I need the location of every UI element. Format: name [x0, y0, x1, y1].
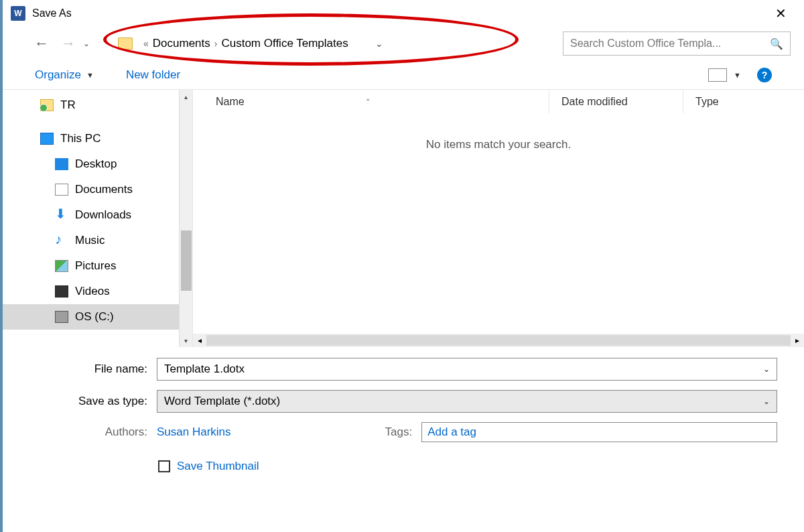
main-area: TR This PC Desktop Documents ⬇ Downloads…	[3, 90, 804, 347]
close-button[interactable]: ✕	[765, 3, 796, 24]
breadcrumb-prefix: «	[143, 38, 149, 49]
pc-icon	[40, 133, 54, 145]
column-headers: Name ⌃ Date modified Type	[193, 90, 804, 114]
word-app-icon: W	[11, 6, 25, 21]
sidebar-item-label: Documents	[75, 183, 133, 196]
nav-forward-button[interactable]: →	[56, 31, 80, 56]
tags-placeholder: Add a tag	[427, 425, 476, 439]
authors-label: Authors:	[3, 425, 157, 439]
sidebar-scrollbar[interactable]: ▴ ▾	[179, 90, 192, 347]
sidebar-item-pictures[interactable]: Pictures	[3, 253, 192, 279]
filename-label: File name:	[3, 362, 157, 376]
search-icon[interactable]: 🔍	[770, 38, 783, 50]
nav-history-dropdown[interactable]: ⌄	[83, 39, 90, 48]
toolbar: Organize ▼ New folder ▼ ?	[3, 60, 804, 90]
save-thumbnail-label: Save Thumbnail	[177, 460, 259, 473]
videos-icon	[55, 285, 68, 297]
authors-value[interactable]: Susan Harkins	[157, 425, 231, 439]
sidebar-item-this-pc[interactable]: This PC	[3, 126, 192, 151]
sidebar-item-tr[interactable]: TR	[3, 92, 192, 118]
documents-icon	[55, 184, 68, 196]
new-folder-button[interactable]: New folder	[126, 68, 180, 82]
downloads-icon: ⬇	[55, 209, 68, 221]
breadcrumb-bar[interactable]: « Documents › Custom Office Templates ⌄	[113, 31, 547, 56]
help-button[interactable]: ?	[757, 68, 772, 82]
music-icon: ♪	[55, 235, 68, 247]
save-form: File name: Template 1.dotx ⌄ Save as typ…	[3, 347, 804, 484]
chevron-down-icon[interactable]: ⌄	[763, 364, 770, 374]
scroll-left-icon[interactable]: ◂	[193, 336, 206, 345]
new-folder-label: New folder	[126, 68, 180, 82]
organize-menu[interactable]: Organize ▼	[35, 68, 94, 82]
empty-folder-message: No items match your search.	[193, 138, 804, 151]
folder-tree-sidebar: TR This PC Desktop Documents ⬇ Downloads…	[3, 90, 193, 347]
sidebar-item-label: Videos	[75, 285, 110, 298]
chevron-down-icon[interactable]: ⌄	[763, 397, 770, 406]
column-label: Type	[695, 96, 719, 108]
folder-verified-icon	[40, 99, 54, 111]
titlebar: W Save As ✕	[3, 0, 804, 27]
save-thumbnail-checkbox[interactable]	[158, 460, 170, 472]
drive-icon	[55, 311, 68, 323]
save-as-type-dropdown[interactable]: Word Template (*.dotx) ⌄	[157, 390, 777, 413]
nav-back-button[interactable]: ←	[29, 31, 54, 56]
chevron-down-icon: ▼	[86, 71, 94, 79]
tags-label: Tags:	[385, 425, 413, 439]
sidebar-item-documents[interactable]: Documents	[3, 177, 192, 202]
sidebar-item-videos[interactable]: Videos	[3, 279, 192, 304]
sidebar-item-label: Pictures	[75, 259, 116, 273]
search-input[interactable]	[570, 38, 770, 50]
column-label: Name	[216, 96, 245, 108]
column-name[interactable]: Name ⌃	[193, 90, 549, 113]
scroll-down-icon[interactable]: ▾	[180, 334, 192, 347]
sidebar-item-music[interactable]: ♪ Music	[3, 228, 192, 253]
sidebar-item-label: Desktop	[75, 157, 117, 171]
breadcrumb-documents[interactable]: Documents	[153, 37, 210, 50]
sidebar-item-downloads[interactable]: ⬇ Downloads	[3, 202, 192, 228]
tags-input[interactable]: Add a tag	[421, 422, 777, 442]
column-label: Date modified	[561, 96, 628, 108]
window-title: Save As	[32, 7, 72, 19]
desktop-icon	[55, 158, 68, 170]
folder-icon	[118, 38, 133, 50]
file-list-area: Name ⌃ Date modified Type No items match…	[193, 90, 804, 347]
filename-input[interactable]: Template 1.dotx ⌄	[157, 358, 777, 381]
view-icon	[708, 68, 727, 82]
scrollbar-track[interactable]	[206, 335, 791, 346]
view-options-button[interactable]: ▼	[708, 68, 741, 82]
column-date-modified[interactable]: Date modified	[549, 90, 683, 113]
search-box[interactable]: 🔍	[563, 31, 791, 56]
sidebar-item-label: This PC	[60, 132, 100, 145]
horizontal-scrollbar[interactable]: ◂ ▸	[193, 334, 804, 347]
sidebar-item-label: Downloads	[75, 208, 131, 222]
navigation-bar: ← → ⌄ « Documents › Custom Office Templa…	[3, 27, 804, 60]
breadcrumb-dropdown[interactable]: ⌄	[375, 38, 383, 49]
chevron-down-icon: ▼	[734, 71, 741, 79]
sidebar-item-label: OS (C:)	[75, 310, 114, 324]
breadcrumb-custom-templates[interactable]: Custom Office Templates	[221, 37, 348, 50]
sidebar-item-desktop[interactable]: Desktop	[3, 151, 192, 177]
column-type[interactable]: Type	[683, 90, 804, 113]
sidebar-item-os-drive[interactable]: OS (C:)	[3, 304, 192, 330]
save-as-type-value: Word Template (*.dotx)	[164, 395, 280, 408]
save-as-type-label: Save as type:	[3, 395, 157, 408]
scroll-up-icon[interactable]: ▴	[180, 90, 192, 103]
sort-indicator-icon: ⌃	[365, 98, 371, 105]
organize-label: Organize	[35, 68, 81, 82]
sidebar-item-label: TR	[60, 98, 76, 112]
filename-value: Template 1.dotx	[164, 362, 245, 376]
chevron-right-icon: ›	[214, 38, 218, 49]
sidebar-item-label: Music	[75, 234, 105, 247]
scrollbar-thumb[interactable]	[181, 230, 192, 291]
scroll-right-icon[interactable]: ▸	[791, 336, 804, 345]
pictures-icon	[55, 260, 68, 272]
